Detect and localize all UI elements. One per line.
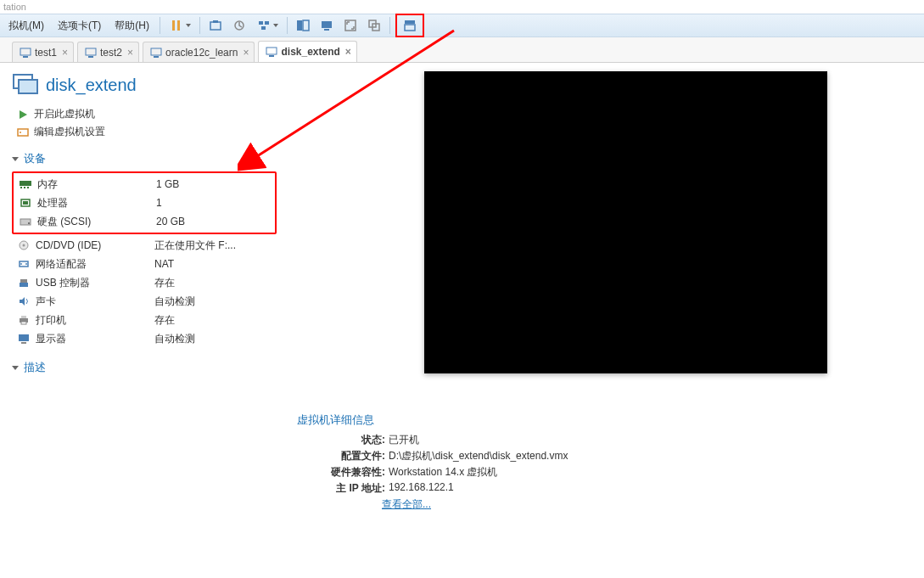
tab-test2[interactable]: test2 × [77,42,139,62]
device-label: 处理器 [37,196,156,210]
menu-vm[interactable]: 拟机(M) [2,15,51,36]
view-library-button[interactable] [293,16,313,35]
tab-label: oracle12c_learn [165,47,238,59]
menu-tabs[interactable]: 选项卡(T) [51,15,108,36]
vm-title-row: disk_extend [12,71,277,98]
detail-key: 配置文件: [317,449,385,463]
vm-screen-preview[interactable] [424,71,827,373]
main-toolbar: 拟机(M) 选项卡(T) 帮助(H) [0,14,924,37]
svg-rect-12 [345,20,356,31]
svg-rect-24 [269,55,274,57]
svg-rect-48 [21,342,26,344]
svg-rect-11 [324,29,329,31]
snapshot-revert-button[interactable] [229,16,249,35]
device-row-cpu[interactable]: 处理器 1 [14,194,275,212]
device-row-cd[interactable]: CD/DVD (IDE) 正在使用文件 F:... [12,236,277,255]
device-row-network[interactable]: 网络适配器 NAT [12,255,277,273]
section-devices-header[interactable]: 设备 [12,151,277,166]
svg-rect-20 [88,56,93,58]
separator [287,17,288,34]
separator [389,17,390,34]
device-value: 正在使用文件 F:... [154,238,236,253]
edit-vm-settings-link[interactable]: 编辑虚拟机设置 [17,125,277,139]
section-label: 设备 [24,151,46,166]
device-label: 声卡 [36,295,154,309]
highlighted-devices: 内存 1 GB 处理器 1 硬盘 (SCSI) 20 GB [12,171,277,234]
console-view-button[interactable] [395,14,424,37]
device-label: 硬盘 (SCSI) [37,215,156,229]
display-icon [17,333,31,345]
svg-rect-23 [266,48,277,54]
svg-point-28 [20,132,21,133]
tab-label: test2 [100,47,122,59]
cd-icon [17,239,31,251]
device-value: 1 [156,197,162,209]
svg-rect-27 [18,129,28,136]
separator [199,17,200,34]
unity-button[interactable] [364,16,384,35]
svg-rect-26 [19,80,37,93]
view-all-link[interactable]: 查看全部... [382,497,907,512]
section-details-header[interactable]: 虚拟机详细信息 [297,412,907,428]
power-on-vm-link[interactable]: 开启此虚拟机 [17,107,277,121]
close-icon[interactable]: × [243,47,249,59]
vm-icon [85,47,97,59]
svg-rect-42 [20,279,27,283]
view-thumbnail-button[interactable] [316,16,337,35]
device-row-usb[interactable]: USB 控制器 存在 [12,273,277,292]
action-label: 编辑虚拟机设置 [34,125,105,139]
vm-details-section: 虚拟机详细信息 状态: 已开机 配置文件: D:\虚拟机\disk_extend… [297,412,907,512]
section-label: 虚拟机详细信息 [297,412,374,428]
device-row-memory[interactable]: 内存 1 GB [14,175,275,194]
svg-rect-30 [20,187,22,188]
svg-rect-5 [259,21,263,25]
close-icon[interactable]: × [127,47,133,59]
tab-disk-extend[interactable]: disk_extend × [258,41,356,62]
device-label: 显示器 [36,332,154,346]
device-value: 20 GB [156,216,185,227]
action-label: 开启此虚拟机 [34,107,95,121]
menu-help[interactable]: 帮助(H) [108,15,156,36]
detail-row-ip: 主 IP 地址: 192.168.122.1 [297,481,907,496]
close-icon[interactable]: × [345,46,351,58]
svg-rect-34 [23,201,28,205]
detail-value: D:\虚拟机\disk_extend\disk_extend.vmx [389,449,568,463]
snapshot-manager-button[interactable] [253,16,282,35]
fullscreen-button[interactable] [340,16,361,35]
svg-rect-16 [405,25,415,31]
main-content: disk_extend 开启此虚拟机 编辑虚拟机设置 设备 内存 1 GB 处理… [0,63,924,578]
caret-down-icon [12,366,19,370]
svg-rect-15 [405,20,415,24]
tab-test1[interactable]: test1 × [12,42,74,62]
detail-row-config: 配置文件: D:\虚拟机\disk_extend\disk_extend.vmx [297,449,907,463]
svg-rect-3 [213,20,218,23]
svg-rect-6 [265,21,269,25]
device-value: NAT [154,258,174,270]
wrench-icon [17,126,29,138]
device-row-disk[interactable]: 硬盘 (SCSI) 20 GB [14,212,275,231]
svg-rect-0 [172,20,175,31]
svg-rect-10 [322,21,332,28]
pause-button[interactable] [165,16,194,35]
close-icon[interactable]: × [62,47,68,59]
caret-down-icon [12,157,19,161]
svg-rect-1 [177,20,180,31]
cpu-icon [19,197,32,209]
device-row-sound[interactable]: 声卡 自动检测 [12,292,277,311]
detail-key: 主 IP 地址: [317,481,385,496]
device-value: 存在 [154,276,175,290]
play-icon [17,109,29,121]
section-description-header[interactable]: 描述 [12,360,277,375]
snapshot-take-button[interactable] [205,16,226,35]
device-value: 存在 [154,313,175,328]
network-icon [17,258,31,270]
device-row-display[interactable]: 显示器 自动检测 [12,329,277,348]
vm-icon [150,47,162,59]
tab-oracle12c[interactable]: oracle12c_learn × [143,42,255,62]
tabs-bar: test1 × test2 × oracle12c_learn × disk_e… [0,37,924,63]
device-row-printer[interactable]: 打印机 存在 [12,311,277,329]
svg-point-41 [25,263,27,265]
svg-rect-9 [303,20,309,31]
detail-row-compat: 硬件兼容性: Workstation 14.x 虚拟机 [297,465,907,480]
usb-icon [17,277,31,289]
